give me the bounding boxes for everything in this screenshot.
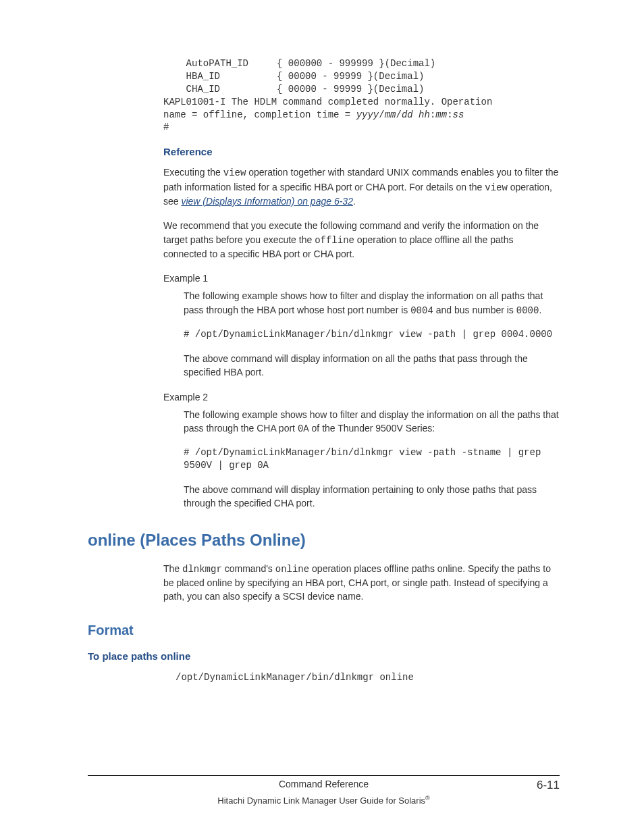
footer-doc-title: Hitachi Dynamic Link Manager User Guide … bbox=[88, 795, 560, 806]
example-label: Example 1 bbox=[163, 271, 560, 285]
link-view-displays-info[interactable]: view (Displays Information) on page 6-32 bbox=[181, 196, 352, 207]
heading-online-places-paths: online (Places Paths Online) bbox=[88, 531, 560, 550]
code-line: name = offline, completion time = yyyy/m… bbox=[163, 109, 464, 120]
code-line: AutoPATH_ID { 000000 - 999999 }(Decimal) bbox=[163, 58, 435, 69]
paragraph: The dlnkmgr command's online operation p… bbox=[163, 562, 560, 604]
paragraph: We recommend that you execute the follow… bbox=[163, 219, 560, 261]
page-footer: Command Reference 6-11 Hitachi Dynamic L… bbox=[88, 775, 560, 806]
paragraph: The above command will display informati… bbox=[184, 352, 560, 380]
paragraph: The following example shows how to filte… bbox=[184, 408, 560, 436]
code-line: HBA_ID { 00000 - 99999 }(Decimal) bbox=[163, 71, 424, 82]
heading-format: Format bbox=[88, 623, 560, 638]
code-example: # /opt/DynamicLinkManager/bin/dlnkmgr vi… bbox=[184, 446, 560, 472]
code-example: # /opt/DynamicLinkManager/bin/dlnkmgr vi… bbox=[184, 328, 560, 341]
paragraph: The above command will display informati… bbox=[184, 483, 560, 511]
heading-to-place-paths-online: To place paths online bbox=[88, 650, 560, 662]
footer-section-title: Command Reference bbox=[88, 779, 560, 789]
paragraph: The following example shows how to filte… bbox=[184, 289, 560, 317]
example-label: Example 2 bbox=[163, 390, 560, 404]
code-output: AutoPATH_ID { 000000 - 999999 }(Decimal)… bbox=[163, 57, 560, 134]
code-line: # bbox=[163, 122, 169, 132]
paragraph: Executing the view operation together wi… bbox=[163, 165, 560, 208]
heading-reference: Reference bbox=[163, 146, 560, 157]
code-line: CHA_ID { 00000 - 99999 }(Decimal) bbox=[163, 84, 424, 95]
code-line: KAPL01001-I The HDLM command completed n… bbox=[163, 97, 492, 107]
code-format: /opt/DynamicLinkManager/bin/dlnkmgr onli… bbox=[176, 671, 560, 684]
